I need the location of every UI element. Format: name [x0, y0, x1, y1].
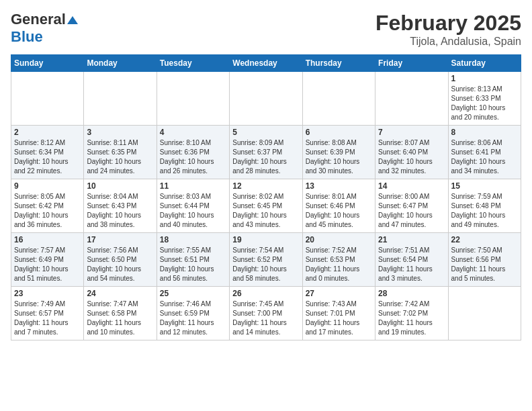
header-sunday: Sunday	[11, 55, 84, 72]
day-number: 15	[451, 181, 518, 191]
day-info: Sunrise: 7:55 AM Sunset: 6:51 PM Dayligh…	[160, 246, 226, 283]
logo: General Blue	[11, 11, 78, 46]
day-info: Sunrise: 7:56 AM Sunset: 6:50 PM Dayligh…	[87, 246, 153, 283]
header-monday: Monday	[84, 55, 157, 72]
calendar-week-5: 23Sunrise: 7:49 AM Sunset: 6:57 PM Dayli…	[11, 287, 521, 340]
day-info: Sunrise: 7:54 AM Sunset: 6:52 PM Dayligh…	[232, 246, 299, 283]
table-row: 18Sunrise: 7:55 AM Sunset: 6:51 PM Dayli…	[157, 233, 229, 287]
day-number: 11	[160, 181, 226, 191]
calendar-week-2: 2Sunrise: 8:12 AM Sunset: 6:34 PM Daylig…	[11, 126, 521, 179]
table-row: 9Sunrise: 8:05 AM Sunset: 6:42 PM Daylig…	[11, 179, 84, 233]
table-row	[448, 287, 521, 340]
calendar-week-4: 16Sunrise: 7:57 AM Sunset: 6:49 PM Dayli…	[11, 233, 521, 287]
day-number: 3	[87, 128, 153, 137]
table-row: 5Sunrise: 8:09 AM Sunset: 6:37 PM Daylig…	[230, 126, 302, 179]
day-info: Sunrise: 8:05 AM Sunset: 6:42 PM Dayligh…	[14, 192, 81, 230]
day-info: Sunrise: 7:51 AM Sunset: 6:54 PM Dayligh…	[378, 246, 445, 283]
table-row: 19Sunrise: 7:54 AM Sunset: 6:52 PM Dayli…	[230, 233, 302, 287]
day-number: 10	[87, 181, 153, 191]
day-info: Sunrise: 7:46 AM Sunset: 6:59 PM Dayligh…	[160, 300, 226, 337]
day-info: Sunrise: 7:50 AM Sunset: 6:56 PM Dayligh…	[451, 246, 518, 283]
day-number: 17	[87, 235, 153, 244]
table-row: 1Sunrise: 8:13 AM Sunset: 6:33 PM Daylig…	[448, 72, 521, 126]
day-number: 27	[306, 289, 372, 298]
day-info: Sunrise: 8:01 AM Sunset: 6:46 PM Dayligh…	[306, 192, 372, 230]
logo-line2: Blue	[11, 28, 43, 46]
table-row	[157, 72, 229, 126]
table-row: 2Sunrise: 8:12 AM Sunset: 6:34 PM Daylig…	[11, 126, 84, 179]
table-row: 13Sunrise: 8:01 AM Sunset: 6:46 PM Dayli…	[302, 179, 375, 233]
header-thursday: Thursday	[302, 55, 375, 72]
calendar-week-3: 9Sunrise: 8:05 AM Sunset: 6:42 PM Daylig…	[11, 179, 521, 233]
table-row	[375, 72, 448, 126]
table-row: 7Sunrise: 8:07 AM Sunset: 6:40 PM Daylig…	[375, 126, 448, 179]
header-saturday: Saturday	[448, 55, 521, 72]
day-number: 24	[87, 289, 153, 298]
day-number: 8	[451, 128, 518, 137]
day-number: 14	[378, 181, 445, 191]
day-info: Sunrise: 8:04 AM Sunset: 6:43 PM Dayligh…	[87, 192, 153, 230]
day-number: 18	[160, 235, 226, 244]
day-info: Sunrise: 8:11 AM Sunset: 6:35 PM Dayligh…	[87, 138, 153, 176]
day-number: 21	[378, 235, 445, 244]
header-tuesday: Tuesday	[157, 55, 229, 72]
day-info: Sunrise: 8:09 AM Sunset: 6:37 PM Dayligh…	[232, 138, 299, 176]
table-row: 14Sunrise: 8:00 AM Sunset: 6:47 PM Dayli…	[375, 179, 448, 233]
table-row: 21Sunrise: 7:51 AM Sunset: 6:54 PM Dayli…	[375, 233, 448, 287]
day-number: 22	[451, 235, 518, 244]
day-number: 9	[14, 181, 81, 191]
day-number: 7	[378, 128, 445, 137]
day-number: 12	[232, 181, 299, 191]
header-friday: Friday	[375, 55, 448, 72]
day-info: Sunrise: 7:45 AM Sunset: 7:00 PM Dayligh…	[232, 300, 299, 337]
table-row	[11, 72, 84, 126]
day-info: Sunrise: 8:13 AM Sunset: 6:33 PM Dayligh…	[451, 85, 518, 122]
table-row: 16Sunrise: 7:57 AM Sunset: 6:49 PM Dayli…	[11, 233, 84, 287]
table-row: 23Sunrise: 7:49 AM Sunset: 6:57 PM Dayli…	[11, 287, 84, 340]
day-number: 13	[306, 181, 372, 191]
page-header: General Blue February 2025 Tijola, Andal…	[11, 11, 521, 48]
day-info: Sunrise: 8:03 AM Sunset: 6:44 PM Dayligh…	[160, 192, 226, 230]
day-info: Sunrise: 7:52 AM Sunset: 6:53 PM Dayligh…	[306, 246, 372, 283]
day-info: Sunrise: 7:43 AM Sunset: 7:01 PM Dayligh…	[306, 300, 372, 337]
day-number: 5	[232, 128, 299, 137]
table-row: 17Sunrise: 7:56 AM Sunset: 6:50 PM Dayli…	[84, 233, 157, 287]
table-row: 12Sunrise: 8:02 AM Sunset: 6:45 PM Dayli…	[230, 179, 302, 233]
main-title: February 2025	[375, 11, 521, 36]
table-row	[302, 72, 375, 126]
day-number: 6	[306, 128, 372, 137]
day-info: Sunrise: 7:57 AM Sunset: 6:49 PM Dayligh…	[14, 246, 81, 283]
day-info: Sunrise: 8:06 AM Sunset: 6:41 PM Dayligh…	[451, 138, 518, 176]
day-info: Sunrise: 7:47 AM Sunset: 6:58 PM Dayligh…	[87, 300, 153, 337]
day-info: Sunrise: 8:07 AM Sunset: 6:40 PM Dayligh…	[378, 138, 445, 176]
day-info: Sunrise: 8:08 AM Sunset: 6:39 PM Dayligh…	[306, 138, 372, 176]
day-number: 2	[14, 128, 81, 137]
day-info: Sunrise: 7:42 AM Sunset: 7:02 PM Dayligh…	[378, 300, 445, 337]
calendar-table: Sunday Monday Tuesday Wednesday Thursday…	[11, 54, 521, 340]
table-row: 20Sunrise: 7:52 AM Sunset: 6:53 PM Dayli…	[302, 233, 375, 287]
day-number: 19	[232, 235, 299, 244]
sub-title: Tijola, Andalusia, Spain	[375, 36, 521, 48]
day-info: Sunrise: 8:12 AM Sunset: 6:34 PM Dayligh…	[14, 138, 81, 176]
table-row: 24Sunrise: 7:47 AM Sunset: 6:58 PM Dayli…	[84, 287, 157, 340]
table-row	[84, 72, 157, 126]
table-row: 28Sunrise: 7:42 AM Sunset: 7:02 PM Dayli…	[375, 287, 448, 340]
table-row: 8Sunrise: 8:06 AM Sunset: 6:41 PM Daylig…	[448, 126, 521, 179]
day-info: Sunrise: 7:49 AM Sunset: 6:57 PM Dayligh…	[14, 300, 81, 337]
day-number: 1	[451, 74, 518, 83]
table-row: 10Sunrise: 8:04 AM Sunset: 6:43 PM Dayli…	[84, 179, 157, 233]
day-info: Sunrise: 7:59 AM Sunset: 6:48 PM Dayligh…	[451, 192, 518, 230]
calendar-header-row: Sunday Monday Tuesday Wednesday Thursday…	[11, 55, 521, 72]
logo-line1: General	[11, 11, 78, 28]
table-row	[230, 72, 302, 126]
table-row: 4Sunrise: 8:10 AM Sunset: 6:36 PM Daylig…	[157, 126, 229, 179]
table-row: 27Sunrise: 7:43 AM Sunset: 7:01 PM Dayli…	[302, 287, 375, 340]
table-row: 22Sunrise: 7:50 AM Sunset: 6:56 PM Dayli…	[448, 233, 521, 287]
calendar-week-1: 1Sunrise: 8:13 AM Sunset: 6:33 PM Daylig…	[11, 72, 521, 126]
day-info: Sunrise: 8:02 AM Sunset: 6:45 PM Dayligh…	[232, 192, 299, 230]
table-row: 6Sunrise: 8:08 AM Sunset: 6:39 PM Daylig…	[302, 126, 375, 179]
day-number: 16	[14, 235, 81, 244]
day-info: Sunrise: 8:10 AM Sunset: 6:36 PM Dayligh…	[160, 138, 226, 176]
header-wednesday: Wednesday	[230, 55, 302, 72]
day-number: 20	[306, 235, 372, 244]
